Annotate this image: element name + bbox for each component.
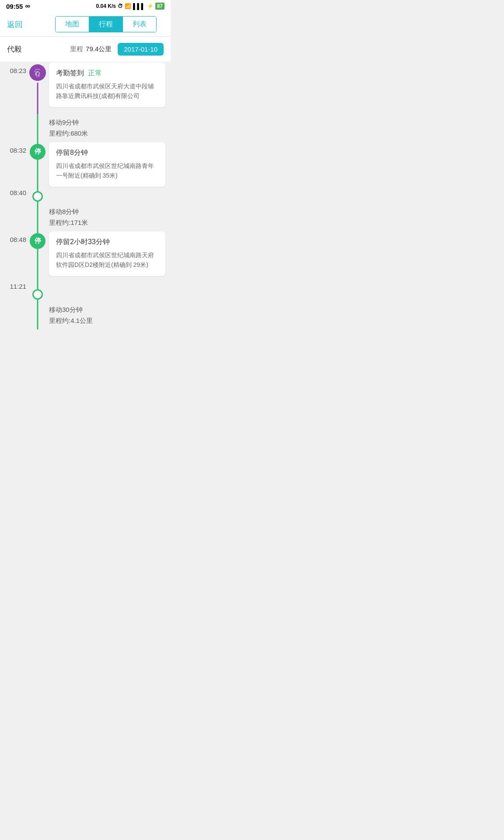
line-green-mov3 [37, 301, 38, 329]
driver-name: 代毅 [7, 44, 22, 54]
movement-duration-1: 移动9分钟 [49, 119, 165, 127]
time-col-stop1: 08:32 08:40 [0, 142, 30, 203]
time-col-stop2: 08:48 11:21 [0, 231, 30, 301]
card-col-stop2: 停留2小时33分钟 四川省成都市武侯区世纪城南路天府软件园D区D2楼附近(精确到… [49, 231, 165, 301]
time-empty-3 [0, 301, 30, 329]
movement-card-2: 移动8分钟 里程约:171米 [49, 203, 165, 231]
line-col-mov3 [30, 301, 46, 329]
node-stop-label-2: 停 [30, 233, 46, 249]
movement-2: 移动8分钟 里程约:171米 [0, 203, 171, 231]
event-address-0: 四川省成都市武侯区天府大道中段辅路靠近腾讯科技(成都)有限公司 [56, 81, 158, 101]
stop-title-1: 停留8分钟 [56, 148, 158, 158]
mileage-value: 79.4公里 [86, 45, 112, 53]
movement-card-1: 移动9分钟 里程约:680米 [49, 114, 165, 142]
header: 返回 地图 行程 列表 [0, 12, 171, 37]
card-col-stop1: 停留8分钟 四川省成都市武侯区世纪城南路青年一号附近(精确到 35米) [49, 142, 165, 203]
tab-group: 地图 行程 列表 [55, 16, 157, 32]
movement-1: 移动9分钟 里程约:680米 [0, 114, 171, 142]
stop-address-2: 四川省成都市武侯区世纪城南路天府软件园D区D2楼附近(精确到 29米) [56, 250, 158, 270]
timeline: 08:23 考勤签到 正常 四川省成都市武侯区天府大道中段辅路靠近腾讯科技(成都… [0, 63, 171, 364]
stop-2: 08:48 11:21 停 停留2小时33分钟 四川省成都市武侯区世纪城南路天府… [0, 231, 171, 301]
status-battery: 87 [155, 3, 164, 9]
status-time: 09:55 [6, 3, 23, 10]
movement-3: 移动30分钟 里程约:4.1公里 [0, 301, 171, 347]
time-0823: 08:23 [0, 63, 30, 114]
status-bar: 09:55 ∞ 0.04 K/s ⏱ 📶 ▌▌▌ ⚡ 87 [0, 0, 171, 12]
time-empty-1 [0, 114, 30, 142]
stop-title-2: 停留2小时33分钟 [56, 238, 158, 247]
movement-distance-3: 里程约:4.1公里 [49, 317, 165, 325]
movement-distance-2: 里程约:171米 [49, 219, 165, 227]
back-button[interactable]: 返回 [7, 19, 23, 30]
trip-info-row: 代毅 里程 79.4公里 2017-01-10 [0, 37, 171, 62]
time-0832: 08:32 [0, 142, 26, 154]
trip-date: 2017-01-10 [118, 43, 164, 56]
line-green-mov2 [37, 203, 38, 231]
line-purple-0 [37, 83, 38, 114]
node-fingerprint [29, 64, 46, 81]
event-card-checkin: 考勤签到 正常 四川省成都市武侯区天府大道中段辅路靠近腾讯科技(成都)有限公司 [49, 63, 165, 107]
time-0840: 08:40 [0, 189, 26, 196]
node-col-stop1: 停 [30, 142, 46, 203]
stop-address-1: 四川省成都市武侯区世纪城南路青年一号附近(精确到 35米) [56, 161, 158, 181]
node-small-2 [32, 289, 43, 300]
time-0848: 08:48 [0, 231, 26, 243]
event-card-stop1: 停留8分钟 四川省成都市武侯区世纪城南路青年一号附近(精确到 35米) [49, 142, 165, 187]
event-title-0: 考勤签到 正常 [56, 69, 158, 78]
event-checkin: 08:23 考勤签到 正常 四川省成都市武侯区天府大道中段辅路靠近腾讯科技(成都… [0, 63, 171, 114]
status-clock-icon: ⏱ [118, 3, 123, 9]
node-stop-label-1: 停 [30, 144, 46, 160]
event-status: 正常 [88, 69, 102, 77]
time-empty-2 [0, 203, 30, 231]
stop-1: 08:32 08:40 停 停留8分钟 四川省成都市武侯区世纪城南路青年一号附近… [0, 142, 171, 203]
card-col-0: 考勤签到 正常 四川省成都市武侯区天府大道中段辅路靠近腾讯科技(成都)有限公司 [49, 63, 165, 114]
node-col-0 [30, 63, 46, 114]
tab-trip[interactable]: 行程 [89, 17, 122, 32]
movement-duration-3: 移动30分钟 [49, 306, 165, 314]
node-small-1 [32, 191, 43, 202]
mileage-label: 里程 [70, 45, 83, 53]
movement-card-3: 移动30分钟 里程约:4.1公里 [49, 301, 165, 329]
node-col-stop2: 停 [30, 231, 46, 301]
status-wifi-icon: 📶 [125, 3, 131, 9]
event-card-stop2: 停留2小时33分钟 四川省成都市武侯区世纪城南路天府软件园D区D2楼附近(精确到… [49, 231, 165, 276]
status-bolt-icon: ⚡ [147, 3, 154, 9]
line-col-mov1 [30, 114, 46, 142]
line-col-mov2 [30, 203, 46, 231]
movement-duration-2: 移动8分钟 [49, 208, 165, 216]
movement-distance-1: 里程约:680米 [49, 130, 165, 138]
status-signal-icon: ▌▌▌ [133, 3, 145, 10]
status-speed: 0.04 K/s [96, 3, 116, 9]
time-1121: 11:21 [0, 283, 26, 290]
line-green-mov1 [37, 114, 38, 142]
tab-map[interactable]: 地图 [56, 17, 89, 32]
tab-list[interactable]: 列表 [122, 17, 156, 32]
status-infinity-icon: ∞ [25, 2, 30, 10]
